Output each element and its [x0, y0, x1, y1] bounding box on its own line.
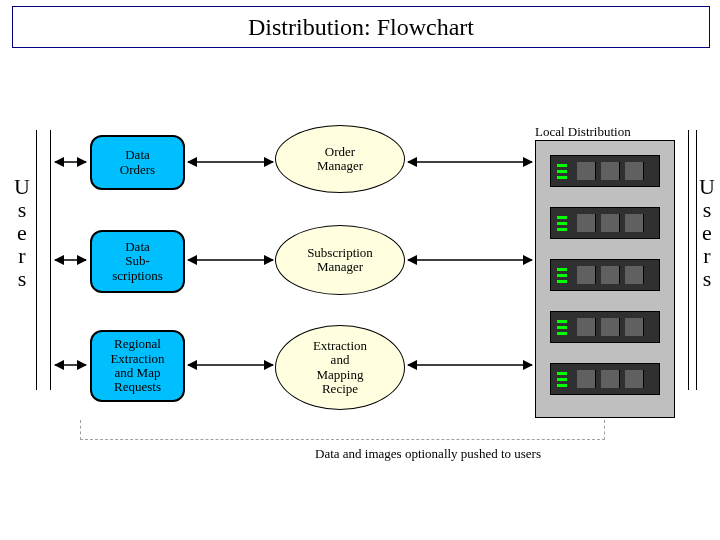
server-rack-icon [550, 363, 660, 395]
server-rack-icon [550, 259, 660, 291]
caption-text: Data and images optionally pushed to use… [315, 446, 541, 462]
server-rack-icon [550, 155, 660, 187]
users-label-left: Users [14, 175, 30, 290]
ellipse-extraction-recipe: ExtractionandMappingRecipe [275, 325, 405, 410]
server-rack-icon [550, 207, 660, 239]
box-regional-requests: RegionalExtractionand MapRequests [90, 330, 185, 402]
box-data-orders: DataOrders [90, 135, 185, 190]
server-rack-icon [550, 311, 660, 343]
divider [36, 130, 37, 390]
page-title: Distribution: Flowchart [12, 6, 710, 48]
divider [50, 130, 51, 390]
users-label-right: Users [699, 175, 715, 290]
dashed-connector [80, 420, 605, 440]
ellipse-order-manager: OrderManager [275, 125, 405, 193]
box-data-subscriptions: DataSub-scriptions [90, 230, 185, 293]
divider [696, 130, 697, 390]
server-cabinet [535, 140, 675, 418]
ellipse-subscription-manager: SubscriptionManager [275, 225, 405, 295]
divider [688, 130, 689, 390]
